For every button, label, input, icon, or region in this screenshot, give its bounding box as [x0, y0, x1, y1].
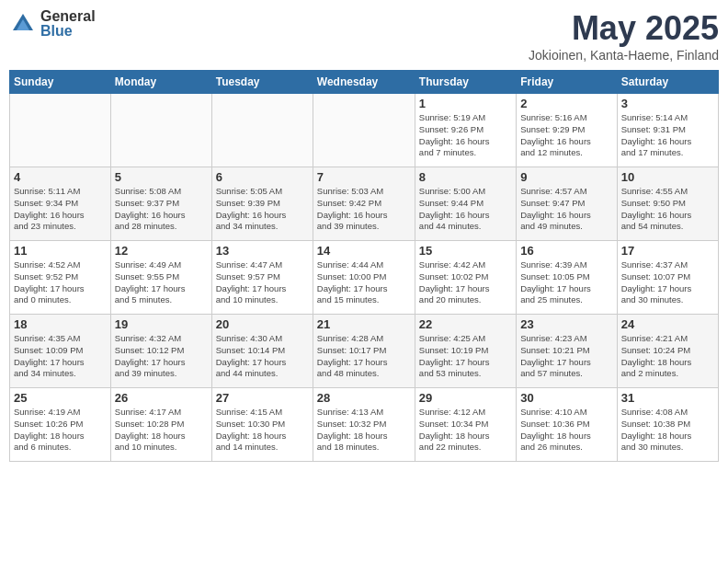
day-number: 13: [216, 244, 309, 258]
calendar-day: 15Sunrise: 4:42 AM Sunset: 10:02 PM Dayl…: [415, 241, 516, 315]
day-info: Sunrise: 4:47 AM Sunset: 9:57 PM Dayligh…: [216, 259, 309, 306]
day-info: Sunrise: 5:05 AM Sunset: 9:39 PM Dayligh…: [216, 186, 309, 233]
header-day: Tuesday: [211, 71, 313, 94]
day-number: 2: [520, 97, 612, 110]
day-number: 12: [115, 244, 208, 258]
calendar-day: 20Sunrise: 4:30 AM Sunset: 10:14 PM Dayl…: [211, 315, 313, 388]
header-day: Saturday: [617, 71, 718, 94]
header-day: Wednesday: [313, 71, 415, 94]
day-info: Sunrise: 5:00 AM Sunset: 9:44 PM Dayligh…: [419, 186, 512, 233]
calendar-day: 30Sunrise: 4:10 AM Sunset: 10:36 PM Dayl…: [517, 388, 617, 462]
calendar-day: [313, 94, 415, 167]
day-info: Sunrise: 4:13 AM Sunset: 10:32 PM Daylig…: [317, 407, 411, 454]
day-info: Sunrise: 4:17 AM Sunset: 10:28 PM Daylig…: [115, 407, 208, 454]
day-info: Sunrise: 4:37 AM Sunset: 10:07 PM Daylig…: [621, 259, 714, 306]
calendar-day: 22Sunrise: 4:25 AM Sunset: 10:19 PM Dayl…: [415, 315, 516, 388]
calendar-day: 9Sunrise: 4:57 AM Sunset: 9:47 PM Daylig…: [517, 167, 617, 241]
day-info: Sunrise: 4:57 AM Sunset: 9:47 PM Dayligh…: [520, 186, 612, 233]
day-info: Sunrise: 4:23 AM Sunset: 10:21 PM Daylig…: [520, 333, 612, 380]
day-info: Sunrise: 4:12 AM Sunset: 10:34 PM Daylig…: [419, 407, 512, 454]
calendar-day: 3Sunrise: 5:14 AM Sunset: 9:31 PM Daylig…: [617, 94, 718, 167]
day-number: 19: [115, 317, 208, 331]
calendar-day: 19Sunrise: 4:32 AM Sunset: 10:12 PM Dayl…: [110, 315, 211, 388]
day-number: 8: [419, 170, 512, 184]
day-number: 25: [14, 391, 107, 405]
day-number: 23: [520, 317, 612, 331]
calendar-day: 10Sunrise: 4:55 AM Sunset: 9:50 PM Dayli…: [617, 167, 718, 241]
calendar-day: 6Sunrise: 5:05 AM Sunset: 9:39 PM Daylig…: [211, 167, 313, 241]
logo: General Blue: [9, 9, 96, 39]
calendar-week: 18Sunrise: 4:35 AM Sunset: 10:09 PM Dayl…: [10, 315, 719, 388]
day-info: Sunrise: 4:44 AM Sunset: 10:00 PM Daylig…: [317, 259, 411, 306]
day-info: Sunrise: 4:39 AM Sunset: 10:05 PM Daylig…: [520, 259, 612, 306]
day-number: 29: [419, 391, 512, 405]
header-day: Monday: [110, 71, 211, 94]
header-row: SundayMondayTuesdayWednesdayThursdayFrid…: [10, 71, 719, 94]
day-number: 11: [14, 244, 107, 258]
day-number: 3: [621, 97, 714, 110]
day-info: Sunrise: 4:55 AM Sunset: 9:50 PM Dayligh…: [621, 186, 714, 233]
day-number: 28: [317, 391, 411, 405]
calendar-day: 28Sunrise: 4:13 AM Sunset: 10:32 PM Dayl…: [313, 388, 415, 462]
day-number: 18: [14, 317, 107, 331]
calendar-day: 11Sunrise: 4:52 AM Sunset: 9:52 PM Dayli…: [10, 241, 111, 315]
day-info: Sunrise: 4:08 AM Sunset: 10:38 PM Daylig…: [621, 407, 714, 454]
day-info: Sunrise: 4:32 AM Sunset: 10:12 PM Daylig…: [115, 333, 208, 380]
calendar-day: [211, 94, 313, 167]
calendar-day: 14Sunrise: 4:44 AM Sunset: 10:00 PM Dayl…: [313, 241, 415, 315]
title-block: May 2025 Jokioinen, Kanta-Haeme, Finland: [529, 9, 719, 63]
calendar-day: 2Sunrise: 5:16 AM Sunset: 9:29 PM Daylig…: [517, 94, 617, 167]
day-info: Sunrise: 5:11 AM Sunset: 9:34 PM Dayligh…: [14, 186, 107, 233]
day-number: 9: [520, 170, 612, 184]
day-number: 14: [317, 244, 411, 258]
calendar-day: 23Sunrise: 4:23 AM Sunset: 10:21 PM Dayl…: [517, 315, 617, 388]
title-month: May 2025: [529, 9, 719, 48]
day-number: 24: [621, 317, 714, 331]
calendar-day: 13Sunrise: 4:47 AM Sunset: 9:57 PM Dayli…: [211, 241, 313, 315]
calendar-table: SundayMondayTuesdayWednesdayThursdayFrid…: [9, 70, 719, 462]
calendar-day: 21Sunrise: 4:28 AM Sunset: 10:17 PM Dayl…: [313, 315, 415, 388]
calendar-day: 4Sunrise: 5:11 AM Sunset: 9:34 PM Daylig…: [10, 167, 111, 241]
calendar-day: 8Sunrise: 5:00 AM Sunset: 9:44 PM Daylig…: [415, 167, 516, 241]
calendar-day: [10, 94, 111, 167]
day-info: Sunrise: 4:25 AM Sunset: 10:19 PM Daylig…: [419, 333, 512, 380]
day-info: Sunrise: 4:10 AM Sunset: 10:36 PM Daylig…: [520, 407, 612, 454]
day-number: 31: [621, 391, 714, 405]
logo-blue: Blue: [40, 24, 96, 39]
day-number: 27: [216, 391, 309, 405]
day-info: Sunrise: 5:03 AM Sunset: 9:42 PM Dayligh…: [317, 186, 411, 233]
day-number: 16: [520, 244, 612, 258]
day-info: Sunrise: 5:16 AM Sunset: 9:29 PM Dayligh…: [520, 112, 612, 159]
calendar-day: 1Sunrise: 5:19 AM Sunset: 9:26 PM Daylig…: [415, 94, 516, 167]
calendar-day: 16Sunrise: 4:39 AM Sunset: 10:05 PM Dayl…: [517, 241, 617, 315]
calendar-day: 29Sunrise: 4:12 AM Sunset: 10:34 PM Dayl…: [415, 388, 516, 462]
day-info: Sunrise: 4:30 AM Sunset: 10:14 PM Daylig…: [216, 333, 309, 380]
day-number: 1: [419, 97, 512, 110]
calendar-week: 1Sunrise: 5:19 AM Sunset: 9:26 PM Daylig…: [10, 94, 719, 167]
day-info: Sunrise: 4:28 AM Sunset: 10:17 PM Daylig…: [317, 333, 411, 380]
day-info: Sunrise: 4:21 AM Sunset: 10:24 PM Daylig…: [621, 333, 714, 380]
day-number: 10: [621, 170, 714, 184]
day-number: 15: [419, 244, 512, 258]
logo-icon: [9, 10, 37, 38]
calendar-day: 17Sunrise: 4:37 AM Sunset: 10:07 PM Dayl…: [617, 241, 718, 315]
header-day: Sunday: [10, 71, 111, 94]
day-info: Sunrise: 5:08 AM Sunset: 9:37 PM Dayligh…: [115, 186, 208, 233]
calendar-day: 31Sunrise: 4:08 AM Sunset: 10:38 PM Dayl…: [617, 388, 718, 462]
day-info: Sunrise: 4:42 AM Sunset: 10:02 PM Daylig…: [419, 259, 512, 306]
logo-text: General Blue: [40, 9, 96, 39]
calendar-day: 7Sunrise: 5:03 AM Sunset: 9:42 PM Daylig…: [313, 167, 415, 241]
day-number: 22: [419, 317, 512, 331]
calendar-day: 5Sunrise: 5:08 AM Sunset: 9:37 PM Daylig…: [110, 167, 211, 241]
day-number: 7: [317, 170, 411, 184]
day-number: 6: [216, 170, 309, 184]
calendar-day: 12Sunrise: 4:49 AM Sunset: 9:55 PM Dayli…: [110, 241, 211, 315]
page-header: General Blue May 2025 Jokioinen, Kanta-H…: [9, 9, 719, 63]
day-number: 17: [621, 244, 714, 258]
calendar-body: 1Sunrise: 5:19 AM Sunset: 9:26 PM Daylig…: [10, 94, 719, 462]
calendar-week: 11Sunrise: 4:52 AM Sunset: 9:52 PM Dayli…: [10, 241, 719, 315]
calendar-header: SundayMondayTuesdayWednesdayThursdayFrid…: [10, 71, 719, 94]
calendar-day: 18Sunrise: 4:35 AM Sunset: 10:09 PM Dayl…: [10, 315, 111, 388]
title-location: Jokioinen, Kanta-Haeme, Finland: [529, 48, 719, 63]
calendar-day: 24Sunrise: 4:21 AM Sunset: 10:24 PM Dayl…: [617, 315, 718, 388]
